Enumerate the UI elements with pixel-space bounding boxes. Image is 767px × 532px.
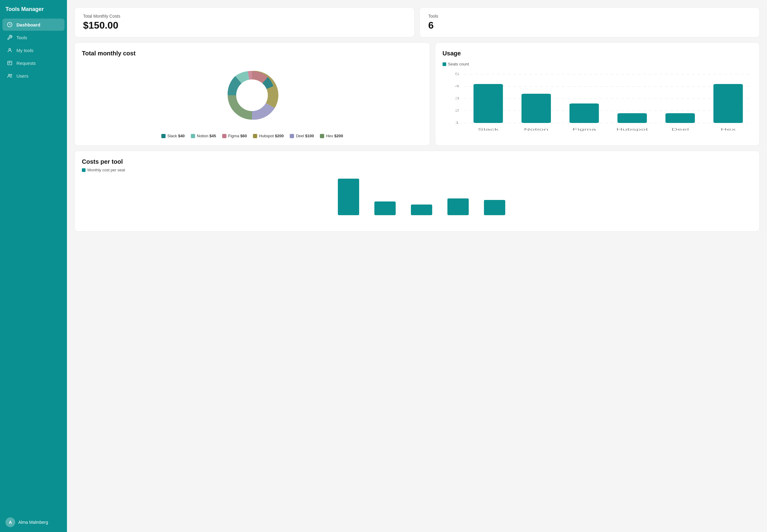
my-tools-icon xyxy=(7,47,13,53)
svg-point-7 xyxy=(236,79,268,111)
sidebar-label-my-tools: My tools xyxy=(16,48,33,53)
stat-card-total-costs: Total Monthly Costs $150.00 xyxy=(74,7,415,37)
avatar: A xyxy=(5,517,15,527)
svg-rect-33 xyxy=(447,198,469,215)
svg-rect-19 xyxy=(521,94,551,123)
app-title: Tools Manager xyxy=(0,0,67,19)
legend-notion: Notion $45 xyxy=(191,134,216,138)
tools-label: Tools xyxy=(428,14,751,19)
tools-icon xyxy=(7,34,13,40)
sidebar: Tools Manager Dashboard Tools My tools R… xyxy=(0,0,67,532)
bar-chart-title: Usage xyxy=(443,50,752,57)
sidebar-item-requests[interactable]: Requests xyxy=(2,57,65,69)
donut-chart-card: Total monthly cost xyxy=(74,42,430,146)
total-costs-value: $150.00 xyxy=(83,20,406,31)
bar-chart: 5 4 3 2 1 xyxy=(443,71,752,138)
user-name: Alma Malmberg xyxy=(18,520,48,525)
legend-hubspot: Hubspot $200 xyxy=(253,134,284,138)
sidebar-nav: Dashboard Tools My tools Requests Users xyxy=(0,19,67,513)
sidebar-item-users[interactable]: Users xyxy=(2,70,65,82)
svg-rect-18 xyxy=(474,84,503,123)
svg-rect-32 xyxy=(411,205,432,215)
legend-deel: Deel $100 xyxy=(290,134,314,138)
donut-legend: Slack $40 Notion $45 Figma $60 Hubspot $… xyxy=(82,134,422,138)
svg-rect-22 xyxy=(665,113,695,123)
costs-legend-label: Monthly cost per seat xyxy=(87,168,125,172)
svg-rect-20 xyxy=(569,103,599,123)
charts-row: Total monthly cost xyxy=(74,42,760,146)
costs-legend-dot xyxy=(82,168,86,172)
svg-rect-21 xyxy=(618,113,647,123)
svg-text:Figma: Figma xyxy=(572,128,596,131)
sidebar-label-dashboard: Dashboard xyxy=(16,22,40,27)
bar-chart-card: Usage Seats count 5 4 3 2 xyxy=(435,42,760,146)
svg-point-6 xyxy=(11,74,12,75)
bar-legend-dot xyxy=(443,62,446,66)
svg-text:5: 5 xyxy=(455,72,460,76)
svg-text:Deel: Deel xyxy=(671,128,689,131)
bar-legend-label: Seats count xyxy=(448,62,469,66)
sidebar-label-users: Users xyxy=(16,73,28,79)
total-costs-label: Total Monthly Costs xyxy=(83,14,406,19)
requests-icon xyxy=(7,60,13,66)
svg-text:Hex: Hex xyxy=(720,128,736,131)
svg-rect-30 xyxy=(338,179,359,215)
svg-text:Slack: Slack xyxy=(478,128,499,131)
bar-legend: Seats count xyxy=(443,62,752,66)
svg-rect-23 xyxy=(713,84,743,123)
stats-row: Total Monthly Costs $150.00 Tools 6 xyxy=(74,7,760,37)
dashboard-icon xyxy=(7,22,13,28)
svg-rect-34 xyxy=(484,200,505,215)
svg-text:Hubspot: Hubspot xyxy=(616,128,648,131)
svg-text:4: 4 xyxy=(455,84,460,88)
sidebar-footer: A Alma Malmberg xyxy=(0,513,67,532)
costs-per-tool-card: Costs per tool Monthly cost per seat xyxy=(74,151,760,232)
svg-text:3: 3 xyxy=(455,96,460,100)
tools-value: 6 xyxy=(428,20,751,31)
main-content: Total Monthly Costs $150.00 Tools 6 Tota… xyxy=(67,0,767,532)
costs-per-tool-legend: Monthly cost per seat xyxy=(82,168,752,172)
legend-figma: Figma $60 xyxy=(222,134,247,138)
legend-slack: Slack $40 xyxy=(161,134,185,138)
users-icon xyxy=(7,73,13,79)
svg-text:Notion: Notion xyxy=(524,128,548,131)
donut-chart-title: Total monthly cost xyxy=(82,50,422,57)
costs-bar-chart xyxy=(82,177,752,224)
svg-point-1 xyxy=(9,48,11,50)
svg-text:2: 2 xyxy=(455,109,460,112)
sidebar-label-tools: Tools xyxy=(16,35,27,40)
svg-rect-31 xyxy=(374,201,396,215)
svg-text:1: 1 xyxy=(455,121,460,124)
legend-hex: Hex $200 xyxy=(320,134,343,138)
svg-point-5 xyxy=(9,74,10,76)
sidebar-item-tools[interactable]: Tools xyxy=(2,31,65,44)
donut-chart xyxy=(82,62,422,129)
stat-card-tools: Tools 6 xyxy=(419,7,760,37)
sidebar-item-my-tools[interactable]: My tools xyxy=(2,44,65,56)
sidebar-item-dashboard[interactable]: Dashboard xyxy=(2,19,65,31)
costs-per-tool-title: Costs per tool xyxy=(82,158,752,165)
sidebar-label-requests: Requests xyxy=(16,61,36,66)
